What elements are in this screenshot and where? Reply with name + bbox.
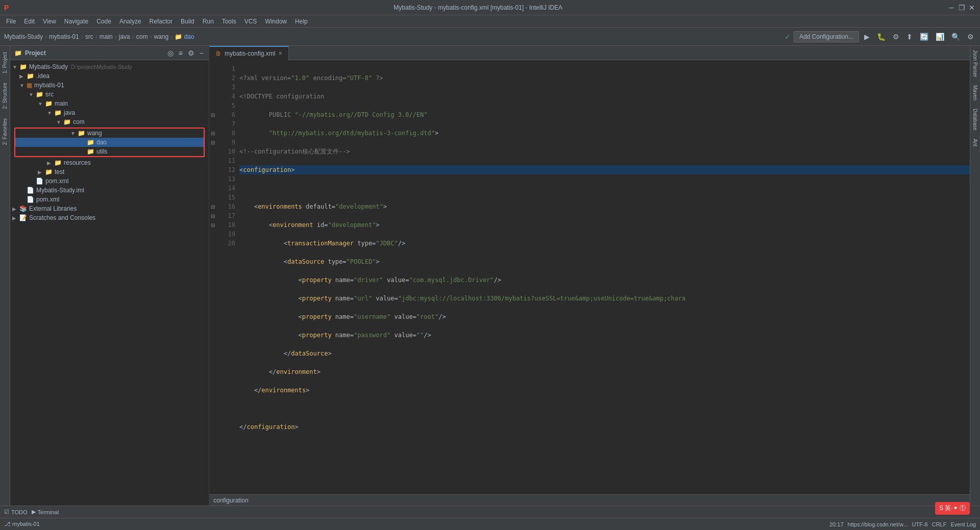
arrow-test: ▶	[38, 169, 45, 175]
terminal-btn[interactable]: ▶ Terminal	[32, 509, 59, 515]
tree-wang[interactable]: ▼ 📁 wang	[15, 129, 204, 138]
tree-label-ext: External Libraries	[29, 205, 77, 212]
code-line-18: </environments>	[239, 386, 970, 395]
code-line-10: <transactionManager type="JDBC"/>	[239, 239, 970, 248]
window-controls[interactable]: ─ ❐ ✕	[947, 4, 976, 12]
close-btn[interactable]: ✕	[968, 4, 976, 12]
run-icon[interactable]: ▶	[862, 32, 872, 42]
vcs-icon[interactable]: ⬆	[904, 32, 915, 42]
minimize-btn[interactable]: ─	[947, 4, 955, 12]
menu-item-navigate[interactable]: Navigate	[60, 17, 92, 26]
locate-icon[interactable]: ◎	[166, 48, 175, 58]
breadcrumb-mybatis-01[interactable]: mybatis-01	[49, 33, 79, 40]
fold-icon-6[interactable]: ⊟	[211, 112, 215, 118]
menu-item-analyze[interactable]: Analyze	[115, 17, 145, 26]
event-log-btn[interactable]: Event Log	[950, 521, 976, 527]
todo-btn[interactable]: ☑ TODO	[4, 509, 28, 515]
search-icon[interactable]: 🔍	[949, 32, 962, 42]
tree-dao[interactable]: 📁 dao	[15, 138, 204, 147]
folder-icon-idea: 📁	[27, 72, 34, 80]
add-configuration-button[interactable]: Add Configuration...	[794, 31, 859, 42]
status-encoding: UTF-8	[912, 521, 928, 527]
code-content[interactable]: <?xml version="1.0" encoding="UTF-8" ?> …	[239, 60, 970, 494]
breadcrumb-mybatis-study[interactable]: Mybatis-Study	[4, 33, 43, 40]
project-icon: 📁	[14, 49, 22, 57]
project-title: Project	[25, 49, 163, 57]
debug-icon[interactable]: 🐛	[875, 32, 888, 42]
breadcrumb-src[interactable]: src	[85, 33, 93, 40]
collapse-icon[interactable]: ≡	[178, 48, 184, 58]
sog-translate-badge[interactable]: S 英·✦ ①	[935, 502, 970, 515]
breadcrumb-com[interactable]: com	[136, 33, 148, 40]
menu-item-code[interactable]: Code	[92, 17, 115, 26]
breadcrumb-wang[interactable]: wang	[154, 33, 168, 40]
arrow-com: ▼	[56, 119, 63, 125]
database-tab[interactable]: Database	[971, 105, 979, 135]
menu-item-window[interactable]: Window	[261, 17, 291, 26]
fold-icon-9[interactable]: ⊟	[211, 140, 215, 145]
tree-main[interactable]: ▼ 📁 main	[10, 99, 209, 108]
menu-item-run[interactable]: Run	[199, 17, 218, 26]
fold-icon-17[interactable]: ⊟	[211, 213, 215, 219]
fold-icon-18[interactable]: ⊟	[211, 222, 215, 228]
more-icon[interactable]: ⚙	[891, 32, 901, 42]
tree-src[interactable]: ▼ 📁 src	[10, 90, 209, 99]
git-icon[interactable]: 📊	[934, 32, 946, 42]
breadcrumb-sep-7: ›	[170, 33, 173, 40]
tree-mybatis01[interactable]: ▼ ▦ mybatis-01	[10, 81, 209, 90]
left-tabs: 1: Project 2: Structure 2: Favorites	[0, 46, 10, 506]
editor-tab-mybatis-config[interactable]: 🗎 mybatis-config.xml ✕	[209, 46, 289, 60]
menu-item-vcs[interactable]: VCS	[240, 17, 261, 26]
gear-icon[interactable]: ⚙	[187, 48, 195, 58]
menu-item-tools[interactable]: Tools	[218, 17, 240, 26]
breadcrumb-dao[interactable]: 📁 dao	[175, 33, 194, 40]
project-header: 📁 Project ◎ ≡ ⚙ −	[10, 46, 209, 60]
titlebar: P Mybatis-Study - mybatis-config.xml [my…	[0, 0, 980, 15]
arrow-wang: ▼	[70, 131, 78, 136]
app-icon: P	[4, 4, 9, 12]
folder-icon-com: 📁	[63, 118, 71, 125]
xml-icon-root: 📄	[27, 196, 34, 203]
maven-tab[interactable]: Maven	[971, 81, 979, 105]
tree-resources[interactable]: ▶ 📁 resources	[10, 158, 209, 167]
tree-utils[interactable]: 📁 utils	[15, 147, 204, 156]
menu-item-edit[interactable]: Edit	[20, 17, 39, 26]
code-editor[interactable]: ⊟ ⊟ ⊟ ⊟ ⊟ ⊟ 12345 678910 1112131415	[209, 60, 970, 494]
breadcrumb-sep-6: ›	[150, 33, 152, 40]
fold-icon-16[interactable]: ⊟	[211, 204, 215, 210]
tree-com[interactable]: ▼ 📁 com	[10, 117, 209, 127]
tree-scratches[interactable]: ▶ 📝 Scratches and Consoles	[10, 213, 209, 222]
menu-item-help[interactable]: Help	[291, 17, 312, 26]
json-parser-tab[interactable]: Json Parser	[971, 46, 979, 81]
menu-item-file[interactable]: File	[2, 17, 20, 26]
update-icon[interactable]: 🔄	[918, 32, 930, 42]
tab-structure-vertical[interactable]: 2: Structure	[1, 79, 9, 113]
tab-close-btn[interactable]: ✕	[278, 51, 282, 56]
settings-icon[interactable]: ⚙	[965, 32, 976, 42]
breadcrumb-main[interactable]: main	[100, 33, 113, 40]
folder-icon-src: 📁	[36, 91, 43, 98]
tree-external-libs[interactable]: ▶ 📚 External Libraries	[10, 204, 209, 213]
tree-idea[interactable]: ▶ 📁 .idea	[10, 71, 209, 81]
tree-java[interactable]: ▼ 📁 java	[10, 108, 209, 117]
menu-item-view[interactable]: View	[39, 17, 60, 26]
tree-iml[interactable]: 📄 Mybatis-Study.iml	[10, 186, 209, 195]
tree-root[interactable]: ▼ 📁 Mybatis-Study D:\project\Mybatis-Stu…	[10, 62, 209, 71]
tab-favorites-vertical[interactable]: 2: Favorites	[1, 114, 9, 149]
breadcrumb-java[interactable]: java	[119, 33, 130, 40]
tree-pom-inner[interactable]: 📄 pom.xml	[10, 176, 209, 186]
code-line-13: <property name="url" value="jdbc:mysql:/…	[239, 294, 970, 303]
tree-test[interactable]: ▶ 📁 test	[10, 167, 209, 176]
menu-item-build[interactable]: Build	[177, 17, 199, 26]
hide-icon[interactable]: −	[199, 48, 205, 58]
status-linesep: CRLF	[932, 521, 947, 527]
bottom-toolbar: ☑ TODO ▶ Terminal	[0, 506, 980, 518]
code-line-6: <configuration>	[239, 165, 970, 174]
arrow-scratches: ▶	[12, 215, 19, 221]
fold-icon-8[interactable]: ⊟	[211, 131, 215, 136]
menu-item-refactor[interactable]: Refactor	[145, 17, 177, 26]
tree-pom-root[interactable]: 📄 pom.xml	[10, 195, 209, 204]
tab-project-vertical[interactable]: 1: Project	[1, 48, 9, 78]
ant-tab[interactable]: Ant	[971, 135, 979, 150]
maximize-btn[interactable]: ❐	[958, 4, 966, 12]
